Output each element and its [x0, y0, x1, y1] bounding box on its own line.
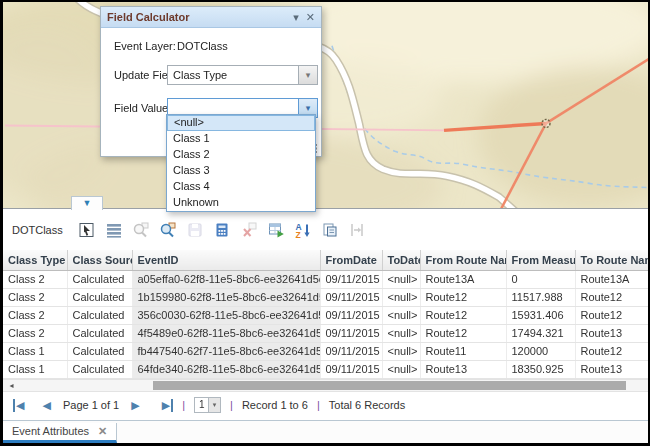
table-row[interactable]: Class 2Calculateda05effa0-62f8-11e5-8bc6… — [3, 270, 648, 288]
separate-events-icon[interactable] — [347, 220, 367, 240]
table-row[interactable]: Class 1Calculated64fde340-62f8-11e5-8bc6… — [3, 360, 648, 378]
column-header[interactable]: To Route Name — [575, 250, 648, 270]
table-cell[interactable]: fb447540-62f7-11e5-8bc6-ee32641d5ec9 — [132, 342, 320, 360]
dialog-close-icon[interactable]: ✕ — [306, 11, 315, 24]
table-cell[interactable]: Route12 — [420, 324, 506, 342]
append-records-icon[interactable] — [266, 220, 286, 240]
dropdown-option[interactable]: Class 3 — [167, 163, 315, 179]
table-cell[interactable]: Class 2 — [3, 270, 67, 288]
table-cell[interactable]: 18350.925 — [506, 360, 575, 378]
bottom-tab-bar: Event Attributes ✕ — [3, 420, 648, 443]
table-cell[interactable]: 11517.988 — [506, 288, 575, 306]
table-row[interactable]: Class 2Calculated356c0030-62f8-11e5-8bc6… — [3, 306, 648, 324]
zoom-to-selected-icon[interactable] — [131, 220, 151, 240]
table-cell[interactable]: Class 2 — [3, 288, 67, 306]
dialog-titlebar[interactable]: Field Calculator ▾ ✕ — [101, 7, 321, 28]
tab-event-attributes[interactable]: Event Attributes ✕ — [3, 423, 117, 443]
table-cell[interactable]: 09/11/2015 — [320, 360, 382, 378]
table-cell[interactable]: Class 2 — [3, 306, 67, 324]
table-cell[interactable]: 356c0030-62f8-11e5-8bc6-ee32641d5ec9 — [132, 306, 320, 324]
table-cell[interactable]: Route13A — [420, 270, 506, 288]
table-cell[interactable]: 17494.321 — [506, 324, 575, 342]
column-header[interactable]: ToDate — [382, 250, 420, 270]
tab-close-icon[interactable]: ✕ — [98, 425, 107, 438]
table-cell[interactable]: Route12 — [420, 288, 506, 306]
table-cell[interactable]: Calculated — [67, 342, 132, 360]
table-cell[interactable]: Route13 — [575, 324, 648, 342]
table-cell[interactable]: Calculated — [67, 360, 132, 378]
table-cell[interactable]: Class 2 — [3, 324, 67, 342]
panel-collapse-tab[interactable]: ▼ — [71, 196, 103, 210]
horizontal-scrollbar[interactable]: ◂ — [3, 379, 648, 392]
dropdown-option[interactable]: Class 4 — [167, 179, 315, 195]
scroll-left-icon[interactable]: ◂ — [5, 380, 18, 391]
table-cell[interactable]: 09/11/2015 — [320, 342, 382, 360]
dropdown-option[interactable]: <null> — [167, 115, 315, 131]
table-cell[interactable]: 120000 — [506, 342, 575, 360]
table-cell[interactable]: Calculated — [67, 324, 132, 342]
table-cell[interactable]: 64fde340-62f8-11e5-8bc6-ee32641d5ec9 — [132, 360, 320, 378]
table-cell[interactable]: 09/11/2015 — [320, 324, 382, 342]
table-cell[interactable]: 15931.406 — [506, 306, 575, 324]
update-field-dropdown-icon[interactable]: ▾ — [298, 66, 317, 84]
column-header[interactable]: Class Source — [67, 250, 132, 270]
table-cell[interactable]: Route13 — [420, 360, 506, 378]
table-row[interactable]: Class 1Calculatedfb447540-62f7-11e5-8bc6… — [3, 342, 648, 360]
column-header[interactable]: From Route Name — [420, 250, 506, 270]
table-cell[interactable]: Calculated — [67, 270, 132, 288]
table-cell[interactable]: <null> — [382, 270, 420, 288]
save-icon[interactable] — [185, 220, 205, 240]
table-cell[interactable]: <null> — [382, 342, 420, 360]
table-row[interactable]: Class 2Calculated1b159980-62f8-11e5-8bc6… — [3, 288, 648, 306]
table-cell[interactable]: <null> — [382, 288, 420, 306]
last-page-button[interactable]: ▶ — [160, 399, 173, 412]
table-cell[interactable]: 1b159980-62f8-11e5-8bc6-ee32641d5ec9 — [132, 288, 320, 306]
table-cell[interactable]: 09/11/2015 — [320, 288, 382, 306]
table-cell[interactable]: 09/11/2015 — [320, 270, 382, 288]
table-cell[interactable]: Class 1 — [3, 360, 67, 378]
table-cell[interactable]: Route13 — [575, 360, 648, 378]
column-header[interactable]: Class Type — [3, 250, 67, 270]
table-cell[interactable]: Calculated — [67, 288, 132, 306]
show-selected-icon[interactable] — [104, 220, 124, 240]
next-page-button[interactable]: ▶ — [129, 399, 141, 412]
table-cell[interactable]: 09/11/2015 — [320, 306, 382, 324]
update-field-combobox[interactable]: Class Type ▾ — [167, 65, 318, 85]
select-records-icon[interactable] — [77, 220, 97, 240]
table-cell[interactable]: Class 1 — [3, 342, 67, 360]
table-cell[interactable]: Calculated — [67, 306, 132, 324]
table-cell[interactable]: Route13A — [575, 270, 648, 288]
event-layer-label: Event Layer: — [114, 40, 176, 52]
table-cell[interactable]: Route12 — [575, 288, 648, 306]
table-cell[interactable]: <null> — [382, 324, 420, 342]
scrollbar-thumb[interactable] — [153, 381, 626, 390]
dialog-minimize-icon[interactable]: ▾ — [293, 11, 299, 24]
table-cell[interactable]: <null> — [382, 306, 420, 324]
table-header-row: Class TypeClass SourceEventIDFromDateToD… — [3, 250, 648, 270]
table-cell[interactable]: Route11 — [420, 342, 506, 360]
table-cell[interactable]: a05effa0-62f8-11e5-8bc6-ee32641d5ec9 — [132, 270, 320, 288]
sort-icon[interactable]: A Z — [293, 220, 313, 240]
dropdown-option[interactable]: Class 1 — [167, 131, 315, 147]
attribute-set-icon[interactable] — [320, 220, 340, 240]
column-header[interactable]: FromDate — [320, 250, 382, 270]
clear-selection-icon[interactable] — [239, 220, 259, 240]
zoom-to-features-icon[interactable] — [158, 220, 178, 240]
dropdown-option[interactable]: Class 2 — [167, 147, 315, 163]
dropdown-option[interactable]: Unknown — [167, 195, 315, 211]
first-page-button[interactable]: ◀ — [13, 399, 26, 412]
column-header[interactable]: From Measure — [506, 250, 575, 270]
column-header[interactable]: EventID — [132, 250, 320, 270]
table-cell[interactable]: 4f5489e0-62f8-11e5-8bc6-ee32641d5ec9 — [132, 324, 320, 342]
table-cell[interactable]: <null> — [382, 360, 420, 378]
page-select-dropdown-icon[interactable]: ▾ — [208, 398, 220, 412]
page-number-select[interactable]: 1 ▾ — [194, 397, 221, 413]
table-cell[interactable]: Route12 — [575, 342, 648, 360]
table-cell[interactable]: Route12 — [575, 306, 648, 324]
table-cell[interactable]: Route12 — [420, 306, 506, 324]
table-cell[interactable]: 0 — [506, 270, 575, 288]
previous-page-button[interactable]: ◀ — [40, 399, 52, 412]
separator: | — [317, 399, 320, 411]
field-calculator-icon[interactable] — [212, 220, 232, 240]
table-row[interactable]: Class 2Calculated4f5489e0-62f8-11e5-8bc6… — [3, 324, 648, 342]
